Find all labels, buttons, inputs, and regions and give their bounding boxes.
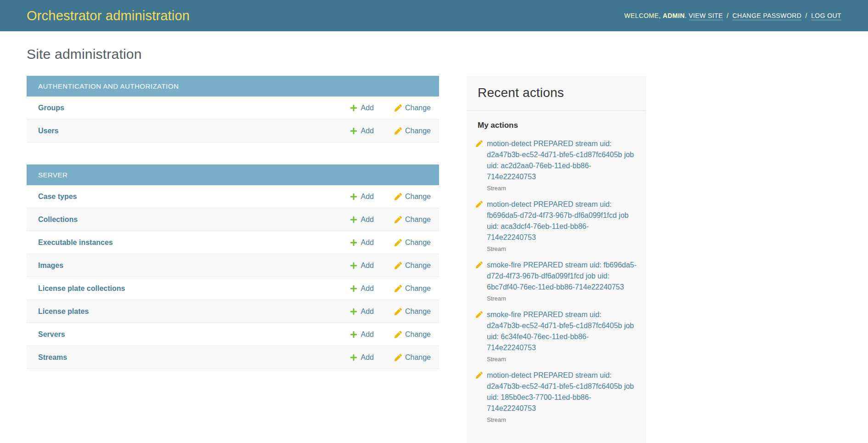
list-item: motion-detect PREPARED stream uid: fb696… [476,199,637,252]
pencil-icon [395,331,402,338]
separator: / [727,12,728,19]
recent-action-type: Stream [487,245,637,252]
change-streams-button[interactable]: Change [395,353,431,362]
plus-icon [350,285,357,292]
model-link-images[interactable]: Images [38,261,350,270]
change-label: Change [405,330,431,339]
model-link-executable-instances[interactable]: Executable instances [38,239,350,247]
module-caption-server[interactable]: Server [27,165,439,185]
change-collections-button[interactable]: Change [395,216,431,224]
change-case-types-button[interactable]: Change [395,193,431,201]
table-row: Collections Add Change [27,208,439,231]
pencil-icon [395,308,402,315]
plus-icon [350,193,357,200]
model-link-groups[interactable]: Groups [38,104,350,112]
list-item: motion-detect PREPARED stream uid: d2a47… [476,370,637,423]
add-images-button[interactable]: Add [350,261,373,270]
app-header: Orchestrator administration Welcome, adm… [0,0,868,31]
list-item: motion-detect PREPARED stream uid: d2a47… [476,138,637,192]
my-actions-subtitle: My actions [476,121,637,130]
change-license-plate-collections-button[interactable]: Change [395,284,431,293]
module-authentication: Authentication and Authorization Groups … [27,76,439,142]
recent-action-link[interactable]: smoke-fire PREPARED stream uid: fb696da5… [487,260,637,293]
add-users-button[interactable]: Add [350,127,373,135]
recent-action-link[interactable]: smoke-fire PREPARED stream uid: d2a47b3b… [487,309,637,353]
welcome-label: Welcome, [624,12,660,19]
module-server: Server Case types Add Change [27,165,439,369]
change-label: Change [405,284,431,293]
change-users-button[interactable]: Change [395,127,431,135]
recent-action-type: Stream [487,356,637,363]
add-label: Add [361,353,373,362]
username-dot: . [685,12,687,19]
list-item: smoke-fire PREPARED stream uid: d2a47b3b… [476,309,637,363]
model-link-license-plates[interactable]: License plates [38,307,350,316]
add-label: Add [361,104,373,112]
recent-action-link[interactable]: motion-detect PREPARED stream uid: d2a47… [487,138,637,182]
pencil-icon [395,239,402,246]
add-servers-button[interactable]: Add [350,330,373,339]
change-images-button[interactable]: Change [395,261,431,270]
pencil-icon [476,311,483,318]
recent-action-type: Stream [487,295,637,302]
pencil-icon [476,372,483,379]
change-license-plates-button[interactable]: Change [395,307,431,316]
table-row: License plate collections Add Change [27,277,439,300]
model-list-column: Authentication and Authorization Groups … [27,76,439,369]
site-title[interactable]: Orchestrator administration [27,8,190,23]
add-executable-instances-button[interactable]: Add [350,239,373,247]
recent-action-type: Stream [487,185,637,192]
plus-icon [350,354,357,361]
add-license-plate-collections-button[interactable]: Add [350,284,373,293]
list-item: smoke-fire PREPARED stream uid: fb696da5… [476,260,637,302]
pencil-icon [395,216,402,223]
model-link-license-plate-collections[interactable]: License plate collections [38,284,350,293]
table-row: Executable instances Add Change [27,231,439,254]
plus-icon [350,308,357,315]
plus-icon [350,216,357,223]
view-site-link[interactable]: View site [689,12,723,20]
model-link-streams[interactable]: Streams [38,353,350,362]
add-case-types-button[interactable]: Add [350,193,373,201]
change-groups-button[interactable]: Change [395,104,431,112]
pencil-icon [476,201,483,208]
add-label: Add [361,127,373,135]
add-label: Add [361,284,373,293]
recent-action-type: Stream [487,416,637,423]
change-label: Change [405,239,431,247]
log-out-link[interactable]: Log out [811,12,841,20]
add-streams-button[interactable]: Add [350,353,373,362]
change-password-link[interactable]: Change password [733,12,801,20]
add-label: Add [361,239,373,247]
model-link-case-types[interactable]: Case types [38,193,350,201]
plus-icon [350,331,357,338]
add-label: Add [361,330,373,339]
pencil-icon [476,140,483,147]
change-label: Change [405,104,431,112]
plus-icon [350,104,357,112]
recent-action-link[interactable]: motion-detect PREPARED stream uid: fb696… [487,199,637,243]
separator: / [806,12,807,19]
add-groups-button[interactable]: Add [350,104,373,112]
change-label: Change [405,216,431,224]
change-label: Change [405,353,431,362]
table-row: Images Add Change [27,254,439,277]
table-row: Groups Add Change [27,97,439,119]
module-caption-authentication[interactable]: Authentication and Authorization [27,76,439,97]
pencil-icon [395,262,402,269]
model-link-users[interactable]: Users [38,127,350,135]
recent-action-link[interactable]: motion-detect PREPARED stream uid: d2a47… [487,370,637,414]
pencil-icon [395,104,402,112]
plus-icon [350,262,357,269]
pencil-icon [395,193,402,200]
change-servers-button[interactable]: Change [395,330,431,339]
page-title: Site administration [27,46,868,62]
table-row: Case types Add Change [27,185,439,208]
model-link-servers[interactable]: Servers [38,330,350,339]
user-tools: Welcome, admin. View site / Change passw… [624,12,841,19]
add-collections-button[interactable]: Add [350,216,373,224]
add-license-plates-button[interactable]: Add [350,307,373,316]
model-link-collections[interactable]: Collections [38,216,350,224]
change-executable-instances-button[interactable]: Change [395,239,431,247]
plus-icon [350,127,357,135]
